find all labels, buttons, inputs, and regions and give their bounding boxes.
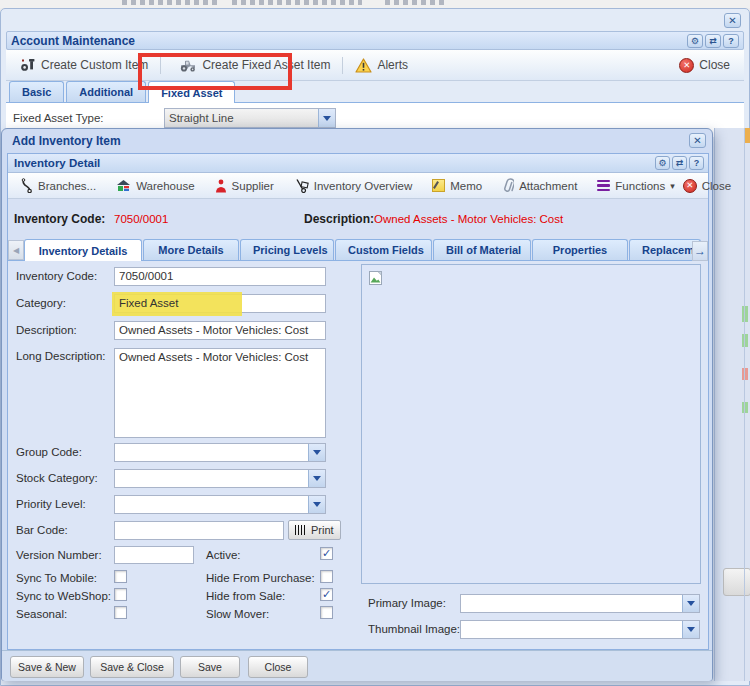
dialog-titlebar: Add Inventory Item ✕: [2, 129, 712, 152]
tab-inventory-details[interactable]: Inventory Details: [24, 239, 142, 261]
tab-scroll-left-button[interactable]: ◀: [8, 240, 24, 260]
priority-level-select[interactable]: [114, 495, 326, 514]
close-icon: ✕: [728, 15, 736, 26]
background-artifact: [742, 368, 748, 380]
dialog-close-button[interactable]: ✕: [689, 133, 706, 148]
add-inventory-item-dialog: Add Inventory Item ✕ Inventory Detail ⚙ …: [1, 128, 713, 681]
hide-from-purchase-label: Hide From Purchase:: [206, 572, 315, 584]
chevron-down-icon: [313, 502, 321, 507]
tab-bill-of-material[interactable]: Bill of Material: [433, 239, 531, 260]
check-icon: ✓: [322, 589, 331, 600]
memo-button[interactable]: Memo: [428, 177, 486, 194]
background-window-sliver: [0, 0, 750, 8]
warning-icon: [355, 58, 372, 73]
tab-fixed-asset[interactable]: Fixed Asset: [148, 81, 235, 103]
close-button[interactable]: Close: [248, 656, 308, 678]
custom-item-icon: [20, 58, 36, 72]
tab-basic[interactable]: Basic: [9, 81, 64, 102]
primary-image-select[interactable]: [460, 594, 700, 613]
hide-from-sale-label: Hide from Sale:: [206, 590, 285, 602]
window-close-button[interactable]: ✕: [724, 13, 741, 28]
product-image-panel: [361, 264, 701, 584]
dropdown-trigger[interactable]: [308, 496, 325, 513]
chevron-down-icon: [313, 450, 321, 455]
help-button[interactable]: ?: [723, 34, 739, 48]
stock-category-select[interactable]: [114, 469, 326, 488]
description-info-value: Owned Assets - Motor Vehicles: Cost: [374, 213, 563, 225]
chevron-down-icon: [323, 116, 331, 121]
refresh-button[interactable]: ⇄: [672, 156, 687, 170]
inventory-close-button[interactable]: ✕ Close: [679, 177, 735, 195]
refresh-button[interactable]: ⇄: [705, 34, 721, 48]
supplier-button[interactable]: Supplier: [211, 177, 278, 195]
inventory-detail-header: Inventory Detail ⚙ ⇄ ?: [8, 154, 708, 173]
inventory-code-info-value: 7050/0001: [114, 213, 168, 225]
save-button[interactable]: Save: [180, 656, 240, 678]
save-and-new-button[interactable]: Save & New: [10, 656, 84, 678]
inventory-code-input[interactable]: 7050/0001: [114, 267, 326, 286]
help-button[interactable]: ?: [689, 156, 704, 170]
primary-image-label: Primary Image:: [368, 597, 446, 609]
refresh-icon: ⇄: [676, 158, 684, 168]
active-checkbox[interactable]: ✓: [320, 547, 333, 560]
branches-icon: [20, 178, 33, 193]
slow-mover-checkbox[interactable]: ✓: [320, 606, 333, 619]
settings-button[interactable]: ⚙: [655, 156, 670, 170]
print-barcode-button[interactable]: Print: [288, 520, 341, 540]
tab-custom-fields[interactable]: Custom Fields: [335, 239, 432, 260]
bar-code-input[interactable]: [114, 521, 284, 540]
description-input[interactable]: Owned Assets - Motor Vehicles: Cost: [114, 321, 326, 340]
hide-from-sale-checkbox[interactable]: ✓: [320, 588, 333, 601]
description-label: Description:: [16, 324, 77, 336]
barcode-icon: [295, 525, 307, 535]
account-maintenance-header: Account Maintenance ⚙ ⇄ ?: [6, 31, 744, 50]
group-code-select[interactable]: [114, 443, 326, 462]
settings-button[interactable]: ⚙: [687, 34, 703, 48]
arrow-left-icon: ◀: [13, 246, 19, 255]
dropdown-trigger[interactable]: [308, 470, 325, 487]
create-fixed-asset-item-button[interactable]: Create Fixed Asset Item: [173, 55, 336, 75]
account-close-button[interactable]: ✕ Close: [673, 55, 736, 76]
functions-button[interactable]: Functions ▾: [593, 178, 678, 194]
create-custom-item-button[interactable]: Create Custom Item: [14, 55, 154, 75]
broken-image-icon: [368, 270, 384, 286]
dropdown-trigger[interactable]: [682, 621, 699, 638]
tab-more-details[interactable]: More Details: [143, 239, 239, 260]
check-icon: ✓: [322, 548, 331, 559]
category-input[interactable]: Fixed Asset: [114, 294, 326, 313]
tab-pricing-levels[interactable]: Pricing Levels: [240, 239, 334, 260]
tab-replacement[interactable]: Replacem: [629, 239, 701, 260]
category-label: Category:: [16, 297, 66, 309]
handtruck-icon: [294, 178, 309, 193]
supplier-icon: [215, 179, 227, 193]
sync-to-webshop-checkbox[interactable]: ✓: [114, 588, 127, 601]
thumbnail-image-label: Thumbnail Image:: [368, 623, 460, 635]
alerts-button[interactable]: Alerts: [349, 55, 414, 76]
background-text-fragment: [122, 0, 217, 5]
sync-to-mobile-checkbox[interactable]: ✓: [114, 570, 127, 583]
branches-button[interactable]: Branches...: [16, 176, 100, 195]
dropdown-trigger[interactable]: [318, 109, 335, 127]
inventory-overview-button[interactable]: Inventory Overview: [290, 176, 416, 195]
close-icon: ✕: [693, 135, 701, 146]
thumbnail-image-select[interactable]: [460, 620, 700, 639]
fixed-asset-type-label: Fixed Asset Type:: [13, 112, 104, 124]
dropdown-trigger[interactable]: [682, 595, 699, 612]
fixed-asset-type-select[interactable]: Straight Line: [164, 108, 336, 128]
attachment-button[interactable]: Attachment: [498, 176, 581, 195]
chevron-down-icon: [687, 601, 695, 606]
warehouse-button[interactable]: Warehouse: [112, 177, 198, 194]
seasonal-checkbox[interactable]: ✓: [114, 606, 127, 619]
version-number-input[interactable]: [114, 546, 194, 564]
gear-icon: ⚙: [658, 158, 666, 168]
screen: ✕ Account Maintenance ⚙ ⇄ ? Create Custo…: [0, 0, 750, 686]
background-artifact: [742, 402, 748, 413]
seasonal-label: Seasonal:: [16, 608, 67, 620]
tab-additional[interactable]: Additional: [66, 81, 146, 102]
long-description-textarea[interactable]: Owned Assets - Motor Vehicles: Cost: [114, 348, 326, 438]
dropdown-trigger[interactable]: [308, 444, 325, 461]
tab-scroll-right-button[interactable]: →: [692, 241, 708, 261]
tab-properties[interactable]: Properties: [532, 239, 628, 260]
hide-from-purchase-checkbox[interactable]: ✓: [320, 570, 333, 583]
save-and-close-button[interactable]: Save & Close: [90, 656, 174, 678]
